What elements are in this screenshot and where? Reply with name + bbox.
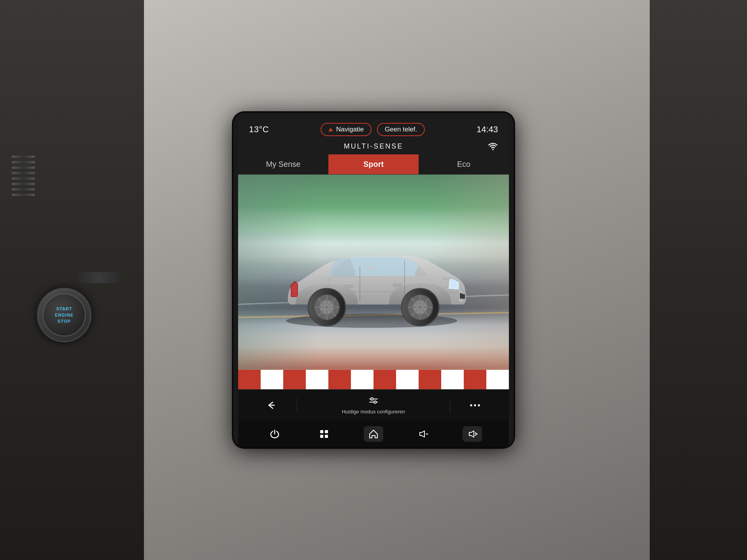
svg-rect-30 <box>325 435 328 438</box>
card-slot <box>78 272 121 283</box>
tab-eco-label: Eco <box>457 160 470 168</box>
tabs: My Sense Sport Eco <box>238 154 509 175</box>
svg-rect-28 <box>325 430 328 433</box>
volume-down-button[interactable] <box>413 426 433 442</box>
svg-point-26 <box>374 401 376 403</box>
toolbar-configure-section: Huidige modus configureren <box>297 396 450 415</box>
phone-label: Geen telef. <box>385 126 417 133</box>
engine-button-outer: START ENGINE STOP <box>37 288 91 342</box>
screen: 13°C Navigatie Geen telef. 14:43 MULTI-S… <box>238 117 509 447</box>
more-options-button[interactable]: ••• <box>470 401 482 410</box>
title-bar: MULTI-SENSE <box>238 140 509 154</box>
vent-slat <box>12 188 35 191</box>
dashboard: START ENGINE STOP 13°C Navigatie Geen te… <box>0 0 747 560</box>
phone-button[interactable]: Geen telef. <box>377 123 425 136</box>
screen-title: MULTI-SENSE <box>259 142 488 150</box>
toolbar-more-section: ••• <box>450 401 501 410</box>
engine-button-inner: START ENGINE STOP <box>43 294 86 336</box>
car-image-area <box>238 175 509 389</box>
vent-slat <box>12 194 35 196</box>
home-button[interactable] <box>364 426 383 442</box>
left-vent <box>12 156 35 272</box>
more-dots-icon: ••• <box>470 401 482 410</box>
tab-sport-label: Sport <box>363 160 384 168</box>
right-panel <box>650 0 747 560</box>
tab-sport[interactable]: Sport <box>328 154 419 174</box>
power-button[interactable] <box>265 426 284 442</box>
status-bar: 13°C Navigatie Geen telef. 14:43 <box>238 117 509 140</box>
vent-slat <box>12 161 35 163</box>
engine-button-line3: STOP <box>58 318 71 324</box>
volume-up-button[interactable] <box>463 426 482 442</box>
settings-sliders-icon[interactable] <box>368 396 379 407</box>
left-panel <box>0 0 144 560</box>
grid-menu-button[interactable] <box>314 426 334 442</box>
svg-rect-27 <box>320 430 323 433</box>
time-display: 14:43 <box>477 124 498 135</box>
toolbar-back-section <box>246 401 297 410</box>
back-button[interactable] <box>266 401 277 410</box>
vent-slat <box>12 166 35 169</box>
wifi-icon <box>488 143 498 150</box>
svg-point-24 <box>371 398 373 400</box>
engine-start-stop-button[interactable]: START ENGINE STOP <box>37 288 91 342</box>
nav-bar <box>238 421 509 447</box>
engine-button-line1: START <box>56 306 72 312</box>
car-image <box>238 175 509 389</box>
toolbar: Huidige modus configureren ••• <box>238 389 509 421</box>
nav-arrow-icon <box>328 128 333 131</box>
vent-slat <box>12 156 35 158</box>
engine-button-line2: ENGINE <box>55 312 74 318</box>
status-buttons: Navigatie Geen telef. <box>321 123 425 136</box>
tab-my-sense-label: My Sense <box>266 160 301 168</box>
tab-eco[interactable]: Eco <box>419 154 509 174</box>
svg-rect-17 <box>393 284 402 287</box>
vent-slat <box>12 177 35 180</box>
navigation-label: Navigatie <box>336 126 364 133</box>
vent-slat <box>12 172 35 174</box>
vent-slat <box>12 183 35 185</box>
navigation-button[interactable]: Navigatie <box>321 123 372 136</box>
configure-label: Huidige modus configureren <box>342 409 405 415</box>
temperature-display: 13°C <box>249 124 269 135</box>
svg-rect-29 <box>320 435 323 438</box>
screen-bezel: 13°C Navigatie Geen telef. 14:43 MULTI-S… <box>233 113 514 447</box>
svg-rect-18 <box>344 285 353 288</box>
tab-my-sense[interactable]: My Sense <box>238 154 328 174</box>
